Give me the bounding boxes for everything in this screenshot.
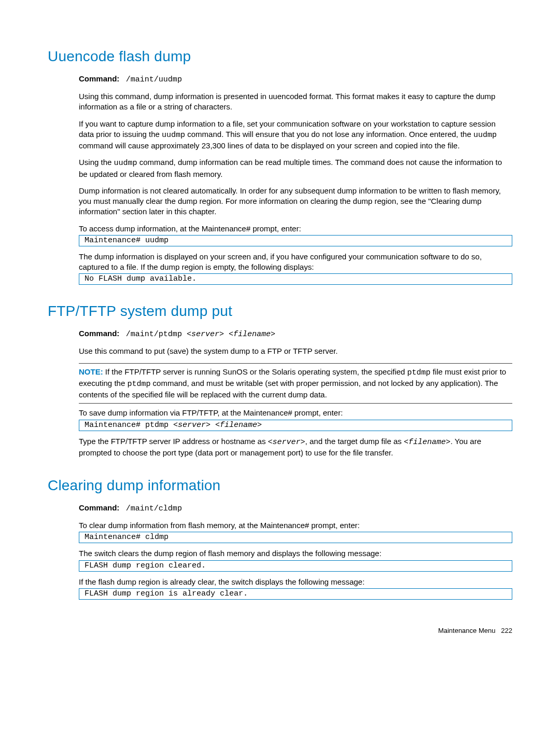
s1-p1: Using this command, dump information is … [79,91,512,113]
s2-p1: Use this command to put (save) the syste… [79,346,512,356]
s2-p3-a: Type the FTP/TFTP server IP address or h… [79,437,268,446]
codebox-alreadyclear: FLASH dump region is already clear. [79,588,512,600]
s1-p6: The dump information is displayed on you… [79,252,512,273]
note-block: NOTE: If the FTP/TFTP server is running … [79,363,512,404]
s1-p5: To access dump information, at the Maint… [79,224,512,234]
s1-p2-c: command will cause approximately 23,300 … [79,141,460,150]
command-line-3: Command: /maint/cldmp [79,503,512,514]
s1-p2-code1: uudmp [162,131,185,140]
codebox-ptdmp-a: Maintenance# ptdmp [85,421,173,430]
s1-p4: Dump information is not cleared automati… [79,186,512,217]
command-value: /maint/uudmp [126,75,182,84]
s3-p3: If the flash dump region is already clea… [79,577,512,587]
footer-text: Maintenance Menu [438,627,496,634]
note-code2: ptdmp [127,380,150,389]
spacer [122,503,124,512]
codebox-cldmp: Maintenance# cldmp [79,532,512,543]
codebox-ptdmp-b: <server> <filename> [173,421,262,430]
s3-p3-wrap: If the flash dump region is already clea… [79,577,512,587]
s2-after-code: Type the FTP/TFTP server IP address or h… [79,436,512,459]
s2-p2: To save dump information via FTP/TFTP, a… [79,408,512,418]
s1-p3-b: command, dump information can be read mu… [79,158,502,178]
heading-uuencode: Uuencode flash dump [48,47,512,66]
s2-p3-b: , and the target dump file as [305,437,404,446]
codebox-uudmp: Maintenance# uudmp [79,235,512,246]
s1-p2-b: command. This will ensure that you do no… [185,130,473,139]
note-text: NOTE: If the FTP/TFTP server is running … [79,367,512,400]
s1-p3: Using the uudmp command, dump informatio… [79,157,512,179]
codebox-ptdmp: Maintenance# ptdmp <server> <filename> [79,420,512,431]
command-label: Command: [79,74,119,83]
spacer [122,74,124,83]
s3-p2: The switch clears the dump region of fla… [79,548,512,559]
codebox-cleared: FLASH dump region cleared. [79,560,512,572]
s2-p3-code1: <server> [268,438,305,447]
command-line-2: Command: /maint/ptdmp <server> <filename… [79,328,512,340]
s3-p1: To clear dump information from flash mem… [79,520,512,531]
footer-page: 222 [501,627,512,634]
page-footer: Maintenance Menu 222 [438,626,512,635]
note-code1: ptdmp [407,368,430,377]
page-container: Uuencode flash dump Command: /maint/uudm… [0,0,560,747]
s1-p3-code: uudmp [114,159,137,168]
s2-p3: Type the FTP/TFTP server IP address or h… [79,436,512,459]
note-a: If the FTP/TFTP server is running SunOS … [103,367,408,376]
command-value-3: /maint/cldmp [126,504,182,513]
spacer [122,329,124,338]
codebox-noflash: No FLASH dump available. [79,273,512,285]
heading-clearing: Clearing dump information [48,476,512,495]
command-label-2: Command: [79,329,119,338]
section1-body: Command: /maint/uudmp Using this command… [79,74,512,234]
command-label-3: Command: [79,503,119,512]
heading-ftp: FTP/TFTP system dump put [48,301,512,321]
s3-p2-wrap: The switch clears the dump region of fla… [79,548,512,559]
s1-p2: If you want to capture dump information … [79,119,512,151]
s1-p2-code2: uudmp [473,131,497,140]
command-value-2a: /maint/ptdmp [126,330,187,339]
s2-after-note: To save dump information via FTP/TFTP, a… [79,408,512,418]
command-value-2b: <server> <filename> [187,330,275,339]
note-label: NOTE: [79,367,103,376]
s1-p3-a: Using the [79,158,114,167]
s1-after-code1: The dump information is displayed on you… [79,252,512,273]
section2-body: Command: /maint/ptdmp <server> <filename… [79,328,512,357]
command-line-1: Command: /maint/uudmp [79,74,512,85]
section3-body: Command: /maint/cldmp To clear dump info… [79,503,512,531]
s2-p3-code2: <filename> [404,438,451,447]
